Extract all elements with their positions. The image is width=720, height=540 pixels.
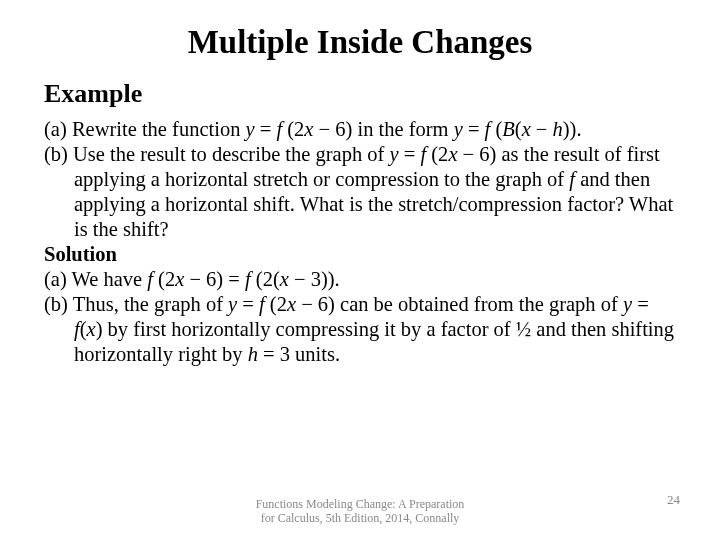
var-f: f <box>259 293 270 315</box>
text: = 3 units. <box>258 343 340 365</box>
footer-citation: Functions Modeling Change: A Preparation… <box>0 498 720 526</box>
text: = <box>237 293 259 315</box>
text: )). <box>563 118 582 140</box>
text: = <box>255 118 277 140</box>
var-y: y <box>454 118 463 140</box>
var-y: y <box>623 293 632 315</box>
text: − 6) can be obtained from the graph of <box>296 293 623 315</box>
text: − <box>531 118 553 140</box>
footer-line-1: Functions Modeling Change: A Preparation <box>0 498 720 512</box>
text: Solution <box>44 243 117 265</box>
problem-a: (a) Rewrite the function y = f (2x − 6) … <box>44 117 676 142</box>
text: = <box>632 293 649 315</box>
var-x: x <box>175 268 184 290</box>
text: = <box>463 118 485 140</box>
text: (2 <box>431 143 448 165</box>
text: (2 <box>270 293 287 315</box>
text: − 6) = <box>184 268 245 290</box>
var-f: f <box>147 268 158 290</box>
text: (a) Rewrite the function <box>44 118 246 140</box>
footer: Functions Modeling Change: A Preparation… <box>0 498 720 526</box>
text: − 3)). <box>289 268 340 290</box>
text: (b) Thus, the graph of <box>44 293 228 315</box>
var-h: h <box>248 343 258 365</box>
solution-b: (b) Thus, the graph of y = f (2x − 6) ca… <box>44 292 676 367</box>
var-x: x <box>522 118 531 140</box>
text: (b) Use the result to describe the graph… <box>44 143 390 165</box>
var-x: x <box>280 268 289 290</box>
text: − 6) in the form <box>313 118 453 140</box>
var-f: f <box>276 118 287 140</box>
var-y: y <box>228 293 237 315</box>
solution-label: Solution <box>44 242 676 267</box>
slide-title: Multiple Inside Changes <box>44 24 676 61</box>
var-x: x <box>87 318 96 340</box>
problem-b: (b) Use the result to describe the graph… <box>44 142 676 242</box>
example-heading: Example <box>44 79 676 109</box>
var-y: y <box>246 118 255 140</box>
text: ( <box>515 118 522 140</box>
text: (2 <box>287 118 304 140</box>
text: (2 <box>158 268 175 290</box>
text: ( <box>80 318 87 340</box>
text: = <box>399 143 421 165</box>
var-f: f <box>420 143 431 165</box>
var-f: f <box>485 118 496 140</box>
var-x: x <box>287 293 296 315</box>
slide: Multiple Inside Changes Example (a) Rewr… <box>0 0 720 540</box>
text: (a) We have <box>44 268 147 290</box>
var-f: f <box>245 268 256 290</box>
solution-a: (a) We have f (2x − 6) = f (2(x − 3)). <box>44 267 676 292</box>
text: (2( <box>256 268 280 290</box>
var-h: h <box>553 118 563 140</box>
var-y: y <box>390 143 399 165</box>
text: ) by first horizontally compressing it b… <box>74 318 674 365</box>
var-B: B <box>502 118 515 140</box>
page-number: 24 <box>667 492 680 508</box>
footer-line-2: for Calculus, 5th Edition, 2014, Connall… <box>0 512 720 526</box>
slide-body: (a) Rewrite the function y = f (2x − 6) … <box>44 117 676 367</box>
